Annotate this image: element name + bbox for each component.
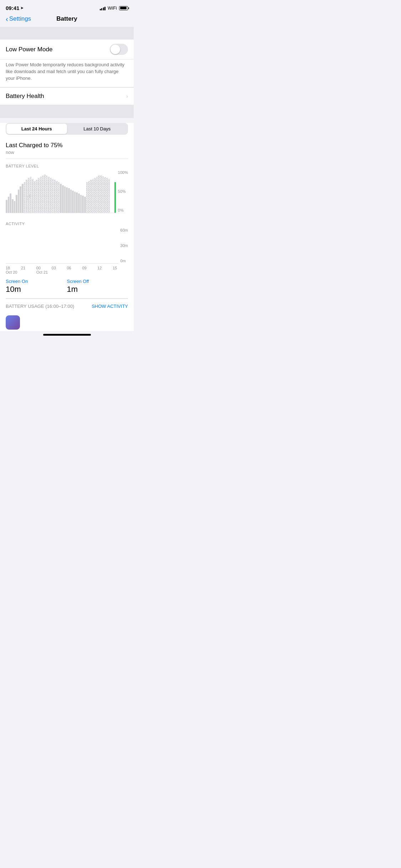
battery-bar [102,176,104,213]
x-label-00: 00 Oct 21 [36,266,52,274]
activity-chart: 60m 30m 0m [6,228,128,264]
charge-title: Last Charged to 75% [6,142,128,149]
x-label-15: 15 [113,266,128,274]
x-label-12: 12 [97,266,113,274]
battery-bar [68,188,70,213]
battery-level-chart: ⚡ 100% 50% 0% [6,170,128,213]
nav-bar: ‹ Settings Battery [0,12,134,27]
battery-bar [38,178,40,213]
screen-on-value: 10m [6,285,67,294]
charge-time: now [6,150,128,155]
battery-bar [48,177,50,213]
home-indicator [43,334,91,336]
battery-bar [96,177,98,213]
battery-usage-label: BATTERY USAGE (16:00–17:00) [6,304,74,309]
battery-bar [70,190,72,213]
low-power-mode-row: Low Power Mode [0,40,134,60]
battery-bar [88,181,90,213]
battery-bar [8,197,10,213]
activity-label: ACTIVITY [6,217,128,228]
screen-off-stat: Screen Off 1m [67,279,128,294]
battery-bar [58,182,60,213]
battery-bar [44,175,46,213]
battery-bar [36,180,38,213]
battery-bar [84,197,86,213]
y-label-50: 50% [118,189,128,193]
section-divider-top [0,27,134,40]
x-label-18: 18 Oct 20 [6,266,21,274]
screen-on-label: Screen On [6,279,67,284]
toggle-thumb [110,45,120,54]
y-label-30m: 30m [120,243,128,248]
charts-section: Last 24 Hours Last 10 Days Last Charged … [0,123,134,331]
battery-bar [106,178,108,213]
y-label-60m: 60m [120,228,128,232]
battery-bar [76,192,78,213]
battery-usage-footer: BATTERY USAGE (16:00–17:00) SHOW ACTIVIT… [6,299,128,312]
battery-bar [82,196,84,213]
battery-bar [10,193,11,213]
battery-bar [78,193,80,213]
back-label: Settings [9,15,31,22]
page-title: Battery [56,15,77,22]
low-power-mode-toggle[interactable] [110,44,128,55]
battery-bar [22,184,24,213]
x-axis-labels: 18 Oct 20 21 00 Oct 21 03 06 09 12 15 [6,264,128,274]
battery-bar [60,184,62,213]
screen-off-value: 1m [67,285,128,294]
battery-bar [104,177,106,213]
status-bar: 09:41 ➤ WiFi [0,0,134,12]
battery-bar [56,181,58,213]
battery-bar [62,185,64,213]
x-label-03: 03 [52,266,67,274]
battery-status-icon [119,6,128,10]
screen-on-stat: Screen On 10m [6,279,67,294]
location-icon: ➤ [20,6,24,10]
signal-icon [100,6,106,10]
battery-bar [50,178,52,213]
battery-bar [54,180,56,213]
x-label-21: 21 [21,266,36,274]
battery-bar [46,175,48,213]
low-power-description: Low Power Mode temporarily reduces backg… [0,60,134,87]
battery-bar [94,178,96,213]
battery-bar [108,179,110,213]
battery-bar [32,179,34,213]
battery-bar [30,177,32,213]
x-label-06: 06 [67,266,82,274]
status-time: 09:41 [6,5,19,11]
battery-bar [28,178,30,213]
section-divider-middle [0,105,134,118]
chevron-right-icon: › [126,93,128,99]
battery-bar [20,186,21,213]
battery-bar [74,192,76,213]
battery-bar [92,179,94,213]
battery-bar [86,182,88,213]
segment-24h[interactable]: Last 24 Hours [6,124,67,134]
battery-bars: ⚡ [6,170,116,213]
battery-bar [12,199,14,213]
battery-bar [16,195,17,213]
app-preview-row [6,312,128,331]
battery-bar [98,175,100,213]
battery-bar [64,186,66,213]
segment-10d[interactable]: Last 10 Days [67,124,128,134]
screen-stats: Screen On 10m Screen Off 1m [6,274,128,299]
battery-y-labels: 100% 50% 0% [116,170,128,213]
charge-info: Last Charged to 75% now [6,140,128,159]
battery-bar [26,180,27,213]
battery-health-row[interactable]: Battery Health › [0,88,134,105]
battery-level-label: BATTERY LEVEL [6,159,128,170]
activity-bars [6,228,118,264]
battery-bar [40,177,42,213]
low-power-mode-label: Low Power Mode [6,46,52,53]
time-range-segment[interactable]: Last 24 Hours Last 10 Days [6,123,128,135]
screen-off-label: Screen Off [67,279,128,284]
show-activity-button[interactable]: SHOW ACTIVITY [92,304,128,309]
battery-bar [18,190,20,213]
wifi-icon: WiFi [108,5,117,11]
back-chevron-icon: ‹ [6,15,8,22]
back-button[interactable]: ‹ Settings [6,15,31,22]
battery-bar [6,200,7,213]
battery-bar [66,187,68,213]
